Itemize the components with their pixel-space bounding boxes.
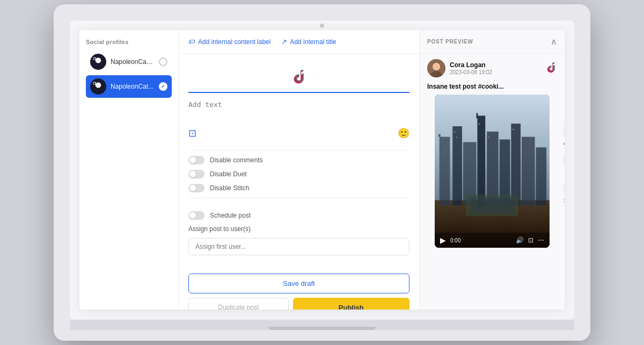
toggle-duet-switch[interactable] — [188, 170, 204, 178]
share-button[interactable]: ↗ — [562, 181, 565, 196]
save-draft-button[interactable]: Save draft — [188, 274, 409, 293]
svg-rect-20 — [477, 116, 485, 205]
tiktok-logo-icon — [291, 68, 306, 89]
add-title-text: Add internal title — [290, 38, 336, 46]
svg-rect-31 — [479, 124, 480, 125]
preview-avatar — [427, 59, 445, 77]
avatar-2 — [90, 78, 106, 95]
title-icon: ↗ — [281, 38, 287, 46]
svg-rect-25 — [522, 137, 535, 206]
toggle-comments-label: Disable comments — [210, 156, 263, 164]
fullscreen-icon[interactable]: ⊡ — [528, 236, 533, 244]
add-label-text: Add internal content label — [198, 38, 270, 46]
sidebar: Social profiles Napoleon — [79, 30, 179, 310]
svg-point-1 — [96, 58, 101, 63]
assign-label: Assign post to user(s) — [188, 225, 409, 233]
svg-rect-17 — [438, 134, 441, 137]
like-action: ♥ 45.9K — [562, 124, 565, 146]
comment-button[interactable]: 💬 — [562, 152, 565, 167]
sidebar-item-profile-1[interactable]: NapoleonCat ... — [86, 51, 172, 73]
content-body: ⊡ 🙂 Disable comments Disable Duet — [179, 54, 419, 310]
collapse-icon[interactable]: ∧ — [551, 37, 557, 47]
like-button[interactable]: ♥ — [562, 124, 565, 139]
toggle-section: Disable comments Disable Duet Disable St… — [188, 150, 409, 198]
svg-rect-21 — [477, 113, 478, 118]
share-count: 10.8K — [564, 197, 565, 203]
svg-rect-28 — [471, 198, 514, 213]
video-background — [435, 95, 550, 248]
svg-rect-22 — [487, 132, 499, 206]
toggle-stitch: Disable Stitch — [188, 184, 409, 192]
main-content: 🏷 Add internal content label ↗ Add inter… — [179, 30, 420, 310]
schedule-toggle[interactable] — [188, 211, 204, 220]
like-count: 45.9K — [564, 140, 565, 146]
svg-rect-33 — [513, 129, 514, 130]
preview-user-name: Cora Logan — [450, 61, 492, 69]
preview-user-date: 2023-03-08 19:02 — [450, 69, 492, 75]
video-action-buttons: ♥ 45.9K 💬 2248 ↗ 10.8K — [562, 124, 565, 203]
svg-point-13 — [434, 64, 439, 69]
profile-name-1: NapoleonCat ... — [111, 58, 155, 66]
toggle-stitch-label: Disable Stitch — [210, 184, 249, 192]
schedule-label: Schedule post — [210, 212, 251, 219]
svg-point-9 — [95, 82, 96, 83]
label-icon: 🏷 — [188, 38, 195, 46]
svg-rect-29 — [454, 132, 455, 133]
profile-name-2: NapoleonCat... — [111, 83, 155, 90]
profile-check-2: ✓ — [159, 82, 167, 91]
duplicate-button[interactable]: Duplicate post — [188, 298, 289, 310]
play-button[interactable]: ▶ — [440, 236, 446, 245]
preview-caption: Insane test post #cooki... — [420, 81, 565, 95]
preview-video: ▶ 0:00 🔊 ⊡ ⋯ — [435, 95, 550, 248]
app-container: Social profiles Napoleon — [79, 30, 565, 310]
video-time: 0:00 — [450, 238, 511, 243]
more-icon[interactable]: ⋯ — [538, 236, 544, 244]
screen-notch — [320, 24, 324, 28]
media-icon[interactable]: ⊡ — [188, 127, 196, 139]
svg-rect-18 — [452, 126, 462, 205]
assign-user-input[interactable] — [188, 238, 409, 255]
emoji-icon[interactable]: 🙂 — [398, 127, 409, 139]
schedule-row: Schedule post — [188, 211, 409, 220]
preview-video-container: ▶ 0:00 🔊 ⊡ ⋯ ♥ 45.9K — [427, 95, 557, 248]
schedule-section: Schedule post Assign post to user(s) — [188, 206, 409, 261]
profile-check-1 — [159, 58, 167, 66]
add-label-button[interactable]: 🏷 Add internal content label — [188, 38, 270, 46]
toggle-comments-switch[interactable] — [188, 156, 204, 164]
buttons-section: Save draft Duplicate post Publish — [188, 268, 409, 310]
laptop-screen: Social profiles Napoleon — [70, 20, 574, 319]
volume-icon[interactable]: 🔊 — [516, 236, 524, 244]
svg-rect-32 — [488, 137, 489, 138]
preview-profile: Cora Logan 2023-03-08 19:02 — [420, 54, 565, 81]
preview-title: POST PREVIEW — [427, 39, 473, 45]
video-controls: ▶ 0:00 🔊 ⊡ ⋯ — [435, 233, 550, 248]
preview-user-info: Cora Logan 2023-03-08 19:02 — [450, 61, 492, 75]
publish-button[interactable]: Publish — [293, 298, 409, 310]
svg-point-6 — [96, 82, 101, 88]
share-action: ↗ 10.8K — [562, 181, 565, 203]
post-text-input[interactable] — [188, 100, 409, 117]
check-mark: ✓ — [161, 84, 165, 89]
toggle-duet: Disable Duet — [188, 170, 409, 178]
preview-panel: POST PREVIEW ∧ — [420, 30, 565, 310]
toggle-comments: Disable comments — [188, 156, 409, 164]
avatar-1 — [90, 54, 106, 70]
preview-profile-left: Cora Logan 2023-03-08 19:02 — [427, 59, 492, 77]
svg-rect-26 — [536, 147, 547, 205]
content-header: 🏷 Add internal content label ↗ Add inter… — [179, 30, 419, 54]
sidebar-title: Social profiles — [86, 39, 172, 45]
svg-rect-30 — [456, 137, 457, 138]
sidebar-item-profile-2[interactable]: NapoleonCat... ✓ — [86, 75, 172, 98]
toggle-duet-label: Disable Duet — [210, 170, 247, 178]
laptop-base — [70, 320, 574, 330]
add-title-button[interactable]: ↗ Add internal title — [281, 38, 336, 46]
tiktok-icon-area — [188, 62, 409, 93]
comment-action: 💬 2248 — [562, 152, 565, 174]
toggle-stitch-switch[interactable] — [188, 184, 204, 192]
preview-header: POST PREVIEW ∧ — [420, 30, 565, 54]
svg-rect-24 — [511, 124, 521, 205]
preview-tiktok-icon — [545, 61, 557, 76]
svg-point-4 — [95, 58, 96, 59]
svg-rect-16 — [440, 137, 450, 206]
laptop-body: Social profiles Napoleon — [54, 4, 590, 341]
